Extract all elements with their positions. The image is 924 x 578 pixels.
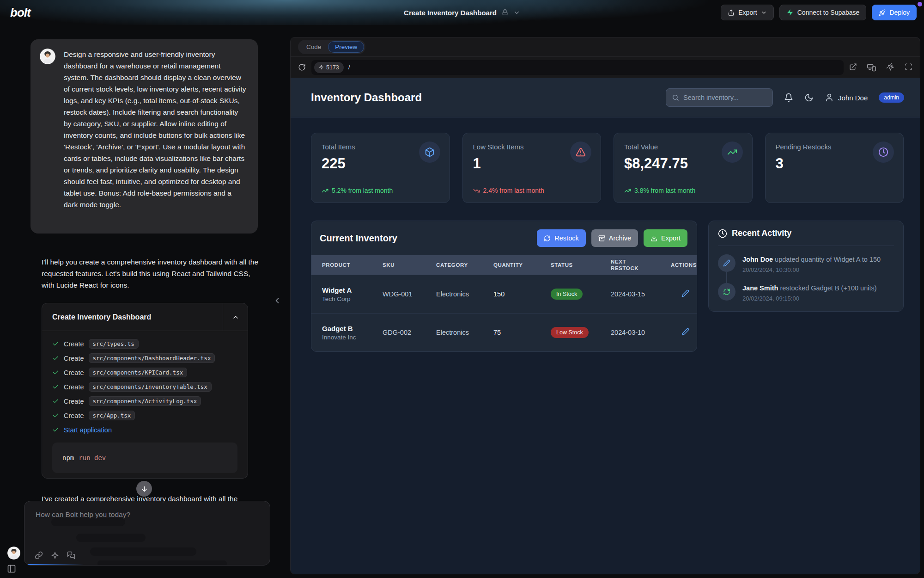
tab-code[interactable]: Code bbox=[299, 41, 328, 53]
dashboard-app: Inventory Dashboard John Doe admin Total… bbox=[291, 78, 920, 574]
refresh-icon[interactable] bbox=[298, 63, 306, 71]
browser-bar: 5173 / bbox=[291, 57, 920, 78]
kpi-card-low-stock: Low Stock Items 1 2.4% from last month bbox=[462, 133, 602, 203]
activity-item: Jane Smith restocked Gadget B (+100 unit… bbox=[718, 283, 894, 302]
url-path: / bbox=[348, 64, 350, 71]
user-avatar bbox=[40, 49, 55, 64]
package-icon bbox=[419, 141, 440, 163]
editor-tab-bar: Code Preview bbox=[291, 37, 920, 57]
check-icon bbox=[52, 340, 59, 347]
recent-activity-card: Recent Activity John Doe updated quantit… bbox=[708, 221, 904, 312]
artifact-step: Create src/components/KPICard.tsx bbox=[52, 365, 248, 380]
table-row: Gadget B Innovate Inc GDG-002 Electronic… bbox=[311, 313, 697, 351]
table-header-row: PRODUCT SKU CATEGORY QUANTITY STATUS NEX… bbox=[311, 255, 697, 275]
collapse-artifact-button[interactable] bbox=[223, 303, 248, 331]
kpi-row: Total Items 225 5.2% from last month Low… bbox=[311, 133, 904, 203]
responsive-devices-icon[interactable] bbox=[867, 63, 876, 72]
check-icon bbox=[52, 412, 59, 419]
user-menu[interactable]: John Doe bbox=[825, 93, 868, 102]
file-chip[interactable]: src/components/InventoryTable.tsx bbox=[89, 382, 212, 392]
start-application-link[interactable]: Start application bbox=[64, 426, 112, 434]
status-badge: In Stock bbox=[551, 289, 583, 300]
rocket-icon bbox=[879, 9, 886, 16]
start-application-step: Start application bbox=[52, 423, 248, 437]
open-external-icon[interactable] bbox=[849, 63, 857, 72]
port-zap-icon bbox=[319, 65, 324, 70]
artifact-card: Create Inventory Dashboard Create src/ty… bbox=[42, 303, 248, 479]
inventory-search[interactable] bbox=[666, 88, 773, 107]
account-avatar[interactable] bbox=[7, 547, 20, 560]
chevron-down-icon[interactable] bbox=[513, 9, 520, 16]
file-chip[interactable]: src/components/KPICard.tsx bbox=[89, 368, 188, 377]
role-badge: admin bbox=[879, 92, 904, 103]
supabase-bolt-icon bbox=[786, 9, 794, 16]
user-icon bbox=[825, 93, 834, 102]
export-button[interactable]: Export bbox=[721, 5, 773, 20]
restock-button[interactable]: Restock bbox=[537, 229, 585, 247]
artifact-step: Create src/App.tsx bbox=[52, 408, 248, 423]
file-chip[interactable]: src/components/DashboardHeader.tsx bbox=[89, 353, 215, 363]
trend-up-icon bbox=[624, 187, 631, 194]
arrow-down-icon bbox=[140, 485, 148, 493]
search-input[interactable] bbox=[683, 94, 762, 101]
pencil-icon bbox=[718, 254, 736, 272]
clock-icon bbox=[873, 141, 894, 163]
check-icon bbox=[52, 355, 59, 362]
current-inventory-card: Current Inventory Restock Archive bbox=[311, 221, 697, 352]
fullscreen-icon[interactable] bbox=[905, 63, 912, 72]
kpi-card-pending-restocks: Pending Restocks 3 bbox=[765, 133, 904, 203]
lock-icon bbox=[501, 9, 509, 16]
trend-up-icon bbox=[322, 187, 328, 194]
timeline-connector bbox=[726, 272, 727, 290]
edit-row-icon[interactable] bbox=[681, 289, 689, 297]
artifact-step: Create src/components/ActivityLog.tsx bbox=[52, 394, 248, 408]
artifact-step: Create src/types.ts bbox=[52, 337, 248, 351]
activity-item: John Doe updated quantity of Widget A to… bbox=[718, 254, 894, 273]
check-icon bbox=[52, 383, 59, 390]
project-title[interactable]: Create Inventory Dashboard bbox=[404, 9, 497, 17]
check-icon bbox=[52, 426, 59, 433]
alert-triangle-icon bbox=[570, 141, 591, 163]
kpi-card-total-value: Total Value $8,247.75 3.8% from last mon… bbox=[614, 133, 753, 203]
trend-down-icon bbox=[473, 187, 480, 194]
artifact-step: Create src/components/InventoryTable.tsx bbox=[52, 380, 248, 394]
user-message: Design a responsive and user-friendly in… bbox=[30, 39, 258, 234]
top-bar: bolt Create Inventory Dashboard Export C… bbox=[0, 0, 924, 25]
bell-icon[interactable] bbox=[784, 93, 793, 102]
sidebar-toggle-icon[interactable] bbox=[7, 564, 16, 573]
address-bar[interactable]: 5173 / bbox=[311, 60, 844, 75]
user-message-text: Design a responsive and user-friendly in… bbox=[64, 49, 247, 210]
dark-mode-toggle-icon[interactable] bbox=[804, 93, 814, 102]
project-title-group: Create Inventory Dashboard bbox=[404, 9, 520, 17]
archive-button[interactable]: Archive bbox=[591, 229, 638, 247]
deploy-button[interactable]: Deploy bbox=[872, 5, 917, 20]
archive-icon bbox=[598, 235, 605, 242]
refresh-icon bbox=[544, 235, 551, 242]
port-badge[interactable]: 5173 bbox=[314, 62, 344, 73]
chat-input-panel bbox=[24, 501, 270, 566]
bolt-logo[interactable]: bolt bbox=[10, 6, 30, 20]
connect-supabase-button[interactable]: Connect to Supabase bbox=[779, 5, 867, 20]
search-icon bbox=[672, 94, 679, 101]
collapse-chat-handle[interactable] bbox=[273, 296, 282, 305]
edit-row-icon[interactable] bbox=[681, 328, 689, 336]
tab-preview[interactable]: Preview bbox=[328, 41, 364, 53]
share-icon bbox=[728, 9, 735, 16]
chat-mode-icon[interactable] bbox=[67, 551, 75, 560]
download-icon bbox=[650, 235, 657, 242]
file-chip[interactable]: src/types.ts bbox=[89, 339, 139, 349]
kpi-card-total-items: Total Items 225 5.2% from last month bbox=[311, 133, 450, 203]
chevron-down-icon bbox=[761, 10, 767, 16]
artifact-title[interactable]: Create Inventory Dashboard bbox=[42, 303, 223, 331]
terminal-command: npm run dev bbox=[52, 443, 237, 473]
link-icon[interactable] bbox=[35, 551, 43, 560]
sparkles-icon[interactable] bbox=[51, 551, 59, 560]
inspector-pointer-icon[interactable] bbox=[886, 63, 894, 72]
assistant-intro-text: I'll help you create a comprehensive inv… bbox=[42, 256, 262, 291]
clock-icon bbox=[718, 229, 727, 238]
file-chip[interactable]: src/App.tsx bbox=[89, 411, 135, 420]
export-csv-button[interactable]: Export bbox=[644, 229, 687, 247]
file-chip[interactable]: src/components/ActivityLog.tsx bbox=[89, 396, 201, 406]
table-row: Widget A Tech Corp WDG-001 Electronics 1… bbox=[311, 275, 697, 313]
trending-up-icon bbox=[722, 141, 743, 163]
